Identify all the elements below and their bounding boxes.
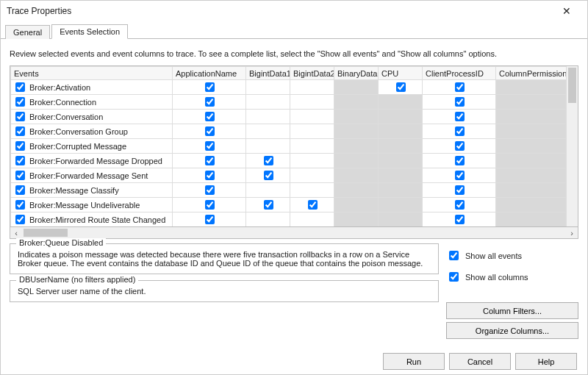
cell-applicationname-checkbox[interactable] [205, 200, 215, 210]
show-all-events-input[interactable] [449, 251, 459, 260]
col-header-bigintdata1[interactable]: BigintData1 [246, 67, 290, 80]
table-row[interactable]: Broker:Connection [11, 95, 567, 110]
row-select-checkbox[interactable] [15, 112, 25, 121]
cell-clientprocessid-checkbox[interactable] [455, 141, 465, 151]
cell-bigintdata1[interactable] [246, 95, 290, 110]
row-event-cell[interactable]: Broker:Conversation [11, 110, 173, 124]
row-event-cell[interactable]: Broker:Message Classify [11, 183, 173, 198]
row-select-checkbox[interactable] [15, 97, 25, 107]
col-header-binarydata[interactable]: BinaryData [334, 67, 379, 80]
organize-columns-button[interactable]: Organize Columns... [446, 322, 578, 339]
cell-applicationname[interactable] [173, 124, 246, 139]
row-select-checkbox[interactable] [15, 215, 25, 224]
cell-bigintdata1[interactable] [246, 198, 290, 213]
cell-clientprocessid-checkbox[interactable] [455, 156, 465, 165]
cell-clientprocessid[interactable] [423, 110, 496, 124]
cell-bigintdata1-checkbox[interactable] [264, 171, 273, 180]
cell-bigintdata1[interactable] [246, 168, 290, 183]
cell-bigintdata2[interactable] [290, 139, 334, 154]
row-select-checkbox[interactable] [15, 185, 25, 195]
cell-clientprocessid[interactable] [423, 80, 496, 95]
help-button[interactable]: Help [515, 353, 577, 370]
col-header-clientprocessid[interactable]: ClientProcessID [423, 67, 496, 80]
cell-applicationname-checkbox[interactable] [205, 126, 215, 136]
cell-applicationname[interactable] [173, 154, 246, 168]
cell-bigintdata1-checkbox[interactable] [264, 200, 273, 210]
cell-bigintdata1[interactable] [246, 80, 290, 95]
cell-clientprocessid-checkbox[interactable] [455, 126, 465, 136]
table-row[interactable]: Broker:Message Undeliverable [11, 198, 567, 213]
cell-clientprocessid[interactable] [423, 183, 496, 198]
cell-bigintdata2[interactable] [290, 213, 334, 227]
table-row[interactable]: Broker:Conversation Group [11, 124, 567, 139]
cell-applicationname[interactable] [173, 139, 246, 154]
row-select-checkbox[interactable] [15, 156, 25, 165]
cell-bigintdata2[interactable] [290, 168, 334, 183]
show-all-events-checkbox[interactable]: Show all events [446, 249, 578, 262]
row-select-checkbox[interactable] [15, 82, 25, 92]
table-row[interactable]: Broker:Forwarded Message Dropped [11, 154, 567, 168]
cell-clientprocessid[interactable] [423, 139, 496, 154]
cell-clientprocessid[interactable] [423, 198, 496, 213]
show-all-columns-input[interactable] [449, 272, 459, 282]
run-button[interactable]: Run [383, 353, 445, 370]
cell-applicationname[interactable] [173, 183, 246, 198]
cell-applicationname[interactable] [173, 80, 246, 95]
row-event-cell[interactable]: Broker:Message Undeliverable [11, 198, 173, 213]
events-grid[interactable]: Events ApplicationName BigintData1 Bigin… [10, 65, 578, 227]
cell-clientprocessid[interactable] [423, 168, 496, 183]
table-row[interactable]: Broker:Activation [11, 80, 567, 95]
cell-bigintdata2[interactable] [290, 124, 334, 139]
cell-applicationname[interactable] [173, 95, 246, 110]
cell-clientprocessid-checkbox[interactable] [455, 171, 465, 180]
col-header-bigintdata2[interactable]: BigintData2 [290, 67, 334, 80]
cell-applicationname[interactable] [173, 168, 246, 183]
cell-bigintdata1[interactable] [246, 124, 290, 139]
table-row[interactable]: Broker:Corrupted Message [11, 139, 567, 154]
cell-bigintdata2[interactable] [290, 183, 334, 198]
cell-clientprocessid-checkbox[interactable] [455, 97, 465, 107]
cell-clientprocessid-checkbox[interactable] [455, 112, 465, 121]
tab-general[interactable]: General [5, 25, 50, 39]
row-event-cell[interactable]: Broker:Forwarded Message Sent [11, 168, 173, 183]
table-row[interactable]: Broker:Message Classify [11, 183, 567, 198]
cell-applicationname-checkbox[interactable] [205, 215, 215, 224]
cell-applicationname-checkbox[interactable] [205, 141, 215, 151]
cell-bigintdata1[interactable] [246, 154, 290, 168]
cell-clientprocessid-checkbox[interactable] [455, 82, 465, 92]
cell-applicationname[interactable] [173, 198, 246, 213]
cell-applicationname-checkbox[interactable] [205, 171, 215, 180]
tab-events-selection[interactable]: Events Selection [51, 24, 128, 39]
cell-applicationname[interactable] [173, 213, 246, 227]
cancel-button[interactable]: Cancel [449, 353, 511, 370]
cell-cpu[interactable] [379, 80, 423, 95]
cell-clientprocessid[interactable] [423, 213, 496, 227]
cell-bigintdata2-checkbox[interactable] [308, 200, 318, 210]
table-row[interactable]: Broker:Forwarded Message Sent [11, 168, 567, 183]
horizontal-scrollbar[interactable]: ‹ › [10, 227, 578, 239]
cell-bigintdata1[interactable] [246, 139, 290, 154]
row-event-cell[interactable]: Broker:Connection [11, 95, 173, 110]
row-event-cell[interactable]: Broker:Conversation Group [11, 124, 173, 139]
scroll-left-icon[interactable]: ‹ [10, 229, 22, 238]
cell-bigintdata2[interactable] [290, 198, 334, 213]
cell-applicationname-checkbox[interactable] [205, 156, 215, 165]
close-icon[interactable]: ✕ [552, 5, 581, 17]
cell-bigintdata2[interactable] [290, 110, 334, 124]
cell-cpu-checkbox[interactable] [396, 82, 406, 92]
cell-bigintdata2[interactable] [290, 95, 334, 110]
row-event-cell[interactable]: Broker:Mirrored Route State Changed [11, 213, 173, 227]
cell-bigintdata2[interactable] [290, 154, 334, 168]
cell-clientprocessid[interactable] [423, 154, 496, 168]
col-header-events[interactable]: Events [11, 67, 173, 80]
table-row[interactable]: Broker:Mirrored Route State Changed [11, 213, 567, 227]
scroll-right-icon[interactable]: › [566, 229, 578, 238]
cell-applicationname[interactable] [173, 110, 246, 124]
cell-clientprocessid-checkbox[interactable] [455, 215, 465, 224]
cell-applicationname-checkbox[interactable] [205, 82, 215, 92]
cell-clientprocessid[interactable] [423, 95, 496, 110]
row-event-cell[interactable]: Broker:Forwarded Message Dropped [11, 154, 173, 168]
cell-applicationname-checkbox[interactable] [205, 185, 215, 195]
show-all-columns-checkbox[interactable]: Show all columns [446, 270, 578, 284]
row-select-checkbox[interactable] [15, 171, 25, 180]
